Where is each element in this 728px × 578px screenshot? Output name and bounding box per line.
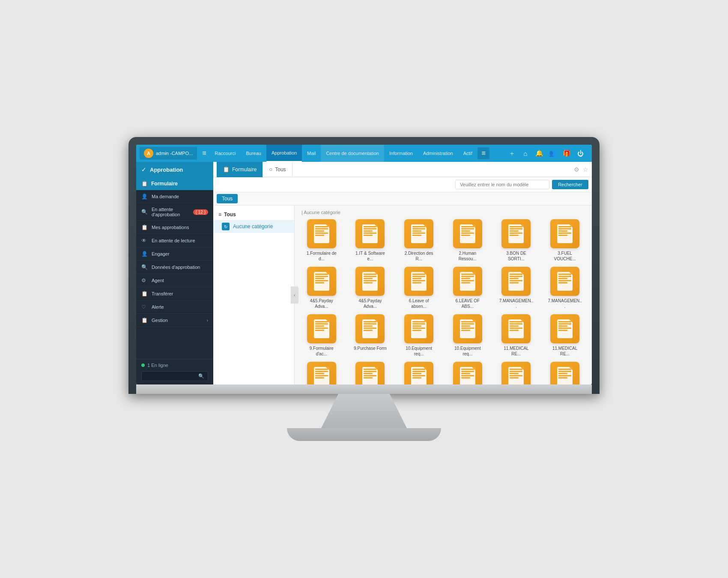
sidebar-ma-demande[interactable]: 👤 Ma demande [136, 190, 213, 203]
form-icon-wrapper [453, 219, 482, 248]
search-button[interactable]: Rechercher [552, 180, 588, 189]
sub-tab-tous[interactable]: Tous [217, 194, 238, 203]
doc-line-short2 [461, 235, 470, 236]
form-card[interactable]: 12.FUNDS RESE... [300, 362, 343, 384]
doc-line-2 [315, 323, 328, 325]
sidebar-en-attente-lecture[interactable]: 👁 En attente de lecture [136, 234, 213, 247]
form-card[interactable]: 3.BON DE SORTI... [495, 219, 538, 262]
form-card[interactable]: 11.MEDICAL RE... [495, 314, 538, 357]
main-layout: ✓ Approbation 📋 Formulaire 👤 Ma demande … [136, 162, 592, 384]
gift-icon[interactable]: 🎁 [562, 149, 571, 158]
doc-line-2 [558, 323, 571, 325]
doc-line-short2 [364, 377, 373, 378]
sidebar-transferer[interactable]: 📋 Transférer [136, 287, 213, 301]
form-card[interactable]: 13.MANAGEMEN... [446, 362, 489, 384]
form-card[interactable]: 6.LEAVE OF ABS... [446, 267, 489, 309]
doc-line-short2 [558, 282, 567, 283]
sidebar-search[interactable]: 🔍 [141, 371, 208, 381]
menu-icon[interactable]: ≡ [199, 149, 209, 157]
form-card[interactable]: 14.MANAGEMEN... [495, 362, 538, 384]
nav-raccourci[interactable]: Raccourci [210, 145, 241, 162]
screen: A admin -CAMPO... ≡ Raccourci Bureau App… [136, 145, 592, 384]
sidebar-engager[interactable]: 👤 Engager [136, 247, 213, 261]
form-card[interactable]: 7.MANAGEMEN... [543, 267, 587, 309]
categories-panel: ≡ Tous ↻ Aucune catégorie ‹ [213, 206, 295, 384]
form-icon-inner [557, 367, 573, 384]
doc-line-1 [510, 226, 522, 227]
collapse-button[interactable]: ‹ [291, 286, 298, 304]
tab-tous[interactable]: ○ Tous [263, 162, 292, 177]
form-card[interactable]: 2.Human Ressou... [446, 219, 489, 262]
home-icon[interactable]: ⌂ [521, 149, 530, 158]
form-card[interactable]: 6.Leave of absen... [397, 267, 441, 309]
form-card[interactable]: 1.IT & Software e... [349, 219, 392, 262]
form-icon-inner [508, 367, 524, 384]
form-card[interactable]: 2.Direction des R... [397, 219, 441, 262]
form-card[interactable]: 14.MANAGEMEN... [543, 362, 587, 384]
sidebar-agent[interactable]: ⚙ Agent [136, 274, 213, 287]
form-card[interactable]: 4&5.Payday Adva... [300, 267, 343, 309]
star-icon[interactable]: ☆ [583, 166, 588, 173]
users-icon[interactable]: 👥 [548, 149, 558, 158]
form-name: 6.LEAVE OF ABS... [451, 298, 485, 309]
add-icon[interactable]: ＋ [507, 149, 516, 158]
form-card[interactable]: 11.MEDICAL RE... [543, 314, 587, 357]
form-name: 3.BON DE SORTI... [499, 250, 533, 262]
nav-administration[interactable]: Administration [418, 145, 458, 162]
nav-centre[interactable]: Centre de documentation [321, 145, 384, 162]
nav-actif[interactable]: Actif [458, 145, 477, 162]
doc-line-1 [315, 226, 328, 227]
form-icon-inner [411, 367, 427, 384]
sidebar-en-attente[interactable]: 🔍 En attente d'approbation ( 12 ) [136, 203, 213, 221]
form-icon-wrapper [501, 314, 531, 343]
nav-right-icons: ＋ ⌂ 🔔 👥 🎁 ⏻ [507, 149, 588, 158]
sidebar-search-input[interactable] [145, 374, 197, 379]
doc-line-3 [510, 232, 522, 234]
doc-line-short2 [461, 282, 470, 283]
hamburger-menu[interactable]: ≡ [477, 147, 489, 159]
sidebar-alerte[interactable]: ♡ Alerte [136, 301, 213, 314]
doc-line-short [510, 230, 519, 232]
sidebar-formulaire-active[interactable]: 📋 Formulaire [136, 177, 213, 190]
form-card[interactable]: 10.Equipment req... [446, 314, 489, 357]
form-icon-inner [508, 272, 524, 291]
form-card[interactable]: 9.Formulaire d'ac... [300, 314, 343, 357]
form-card[interactable]: 7.MANAGEMEN... [495, 267, 538, 309]
sidebar-mes-approbations[interactable]: 📋 Mes approbations [136, 221, 213, 234]
form-card[interactable]: 13.MANAGEMEN... [397, 362, 441, 384]
form-card[interactable]: 9.Purchase Form [349, 314, 392, 357]
form-icon-inner [460, 367, 475, 384]
form-card[interactable]: 3.FUEL VOUCHE... [543, 219, 587, 262]
sidebar-donnees[interactable]: 🔍 Données d'approbation [136, 261, 213, 274]
doc-line-3 [364, 232, 376, 234]
doc-line-short [315, 325, 324, 327]
doc-line-1 [364, 274, 376, 275]
tab-formulaire[interactable]: 📋 Formulaire [217, 162, 263, 177]
doc-line-short [412, 325, 421, 327]
form-card[interactable]: 4&5.Payday Adva... [349, 267, 392, 309]
category-aucune[interactable]: ↻ Aucune catégorie [213, 220, 294, 233]
user-menu[interactable]: A admin -CAMPO... [140, 147, 197, 160]
nav-approbation[interactable]: Approbation [266, 145, 302, 162]
nav-mail[interactable]: Mail [302, 145, 321, 162]
form-icon-wrapper [550, 362, 579, 384]
form-card[interactable]: 1.Formulaire de d... [300, 219, 343, 262]
form-icon-wrapper [501, 219, 531, 248]
form-card[interactable]: 10.Equipment req... [397, 314, 441, 357]
form-icon-wrapper [453, 362, 482, 384]
engager-label: Engager [152, 251, 208, 256]
doc-line-short [510, 373, 519, 374]
search-input[interactable] [455, 180, 549, 189]
settings-icon[interactable]: ⚙ [574, 166, 579, 173]
nav-information[interactable]: Information [384, 145, 418, 162]
transferer-label: Transférer [152, 291, 208, 296]
power-icon[interactable]: ⏻ [576, 149, 585, 158]
form-icon-wrapper [404, 219, 433, 248]
form-card[interactable]: 12.FUNDS RESE... [349, 362, 392, 384]
doc-line-short2 [364, 282, 373, 283]
sidebar-gestion[interactable]: 📋 Gestion › [136, 314, 213, 327]
nav-bureau[interactable]: Bureau [241, 145, 266, 162]
tab-formulaire-label: Formulaire [232, 167, 257, 173]
bell-icon[interactable]: 🔔 [534, 149, 544, 158]
form-icon-inner [460, 272, 475, 291]
